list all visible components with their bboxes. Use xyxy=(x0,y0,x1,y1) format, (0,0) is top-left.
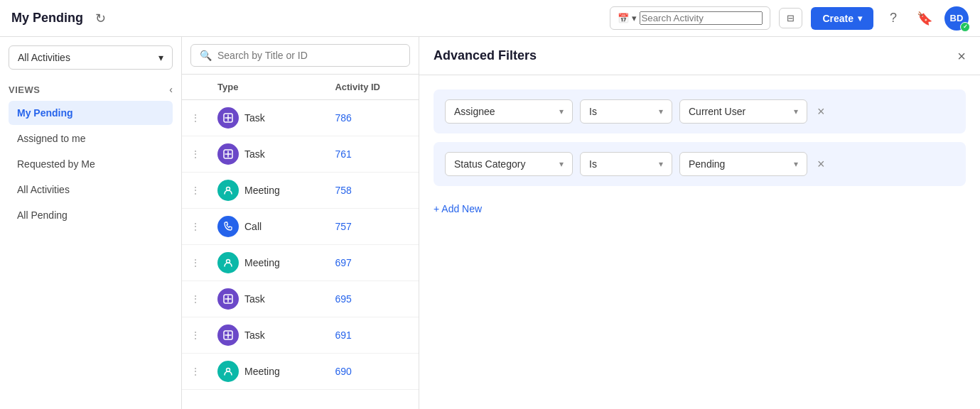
filter-field-2[interactable]: Status Category ▾ xyxy=(445,152,573,176)
row-type: Meeting xyxy=(209,245,326,281)
check-badge: ✓ xyxy=(960,22,970,32)
filter-field-1-label: Assignee xyxy=(454,106,495,117)
calendar-chevron: ▾ xyxy=(632,13,637,23)
row-menu[interactable]: ⋮ xyxy=(182,100,209,136)
table-row[interactable]: ⋮ Meeting 690 xyxy=(182,354,419,390)
row-menu[interactable]: ⋮ xyxy=(182,209,209,245)
type-icon-task xyxy=(217,288,239,310)
views-header: Views ‹ xyxy=(9,84,173,95)
table-row[interactable]: ⋮ Meeting 697 xyxy=(182,245,419,281)
nav-left: My Pending ↻ xyxy=(11,7,112,30)
nav-right: 📅 ▾ ⊟ Create ▾ ? 🔖 BD ✓ xyxy=(610,6,969,31)
filter-operator-2[interactable]: Is ▾ xyxy=(580,152,672,176)
filter-panel: Advanced Filters × Assignee ▾ Is ▾ Curre… xyxy=(419,37,980,409)
type-label: Task xyxy=(244,293,265,305)
row-id[interactable]: 757 xyxy=(326,209,419,245)
type-icon-task xyxy=(217,107,239,129)
filter-row-2: Status Category ▾ Is ▾ Pending ▾ × xyxy=(434,142,966,186)
table-row[interactable]: ⋮ Meeting 758 xyxy=(182,173,419,209)
table-row[interactable]: ⋮ Task 695 xyxy=(182,281,419,317)
type-label: Task xyxy=(244,329,265,341)
search-activity-input[interactable] xyxy=(640,11,763,25)
refresh-button[interactable]: ↻ xyxy=(89,7,112,30)
avatar-initials: BD xyxy=(950,13,964,23)
row-id[interactable]: 691 xyxy=(326,317,419,354)
col-type: Type xyxy=(209,75,326,100)
type-icon-task xyxy=(217,143,239,165)
filter-value-1-label: Current User xyxy=(689,106,745,117)
type-icon-call xyxy=(217,216,239,237)
filter-remove-2[interactable]: × xyxy=(814,154,828,175)
col-activity-id: Activity ID xyxy=(326,75,419,100)
activities-dropdown[interactable]: All Activities ▾ xyxy=(9,45,173,70)
row-type: Task xyxy=(209,100,326,136)
row-type: Meeting xyxy=(209,354,326,390)
activities-label: All Activities xyxy=(18,52,70,63)
calendar-search-bar[interactable]: 📅 ▾ xyxy=(610,6,770,30)
filter-field-1-chevron: ▾ xyxy=(559,107,564,116)
filter-close-button[interactable]: × xyxy=(957,49,966,63)
row-type: Task xyxy=(209,317,326,354)
add-new-button[interactable]: + Add New xyxy=(434,197,966,220)
row-menu[interactable]: ⋮ xyxy=(182,245,209,281)
sidebar-item-my-pending[interactable]: My Pending xyxy=(9,101,173,125)
filter-field-1[interactable]: Assignee ▾ xyxy=(445,99,573,124)
row-type: Task xyxy=(209,136,326,173)
row-menu[interactable]: ⋮ xyxy=(182,354,209,390)
row-id[interactable]: 690 xyxy=(326,354,419,390)
row-id[interactable]: 697 xyxy=(326,245,419,281)
type-icon-task xyxy=(217,325,239,346)
search-input-bar[interactable]: 🔍 xyxy=(190,44,410,67)
row-menu[interactable]: ⋮ xyxy=(182,281,209,317)
row-id[interactable]: 761 xyxy=(326,136,419,173)
views-title: Views xyxy=(9,84,40,95)
bookmark-button[interactable]: 🔖 xyxy=(913,7,936,30)
row-id[interactable]: 786 xyxy=(326,100,419,136)
row-menu[interactable]: ⋮ xyxy=(182,317,209,354)
type-icon-meeting xyxy=(217,180,239,201)
filter-operator-2-chevron: ▾ xyxy=(659,159,663,169)
create-label: Create xyxy=(822,13,854,24)
sidebar-item-assigned-to-me[interactable]: Assigned to me xyxy=(9,126,173,151)
table-row[interactable]: ⋮ Task 761 xyxy=(182,136,419,173)
filter-operator-2-label: Is xyxy=(589,158,597,170)
filter-value-2[interactable]: Pending ▾ xyxy=(679,152,807,176)
row-id[interactable]: 758 xyxy=(326,173,419,209)
row-menu[interactable]: ⋮ xyxy=(182,173,209,209)
main-layout: All Activities ▾ Views ‹ My Pending Assi… xyxy=(0,37,980,409)
row-menu[interactable]: ⋮ xyxy=(182,136,209,173)
filter-remove-1[interactable]: × xyxy=(814,102,828,122)
top-nav: My Pending ↻ 📅 ▾ ⊟ Create ▾ ? 🔖 BD ✓ xyxy=(0,0,980,37)
row-id[interactable]: 695 xyxy=(326,281,419,317)
filter-value-1[interactable]: Current User ▾ xyxy=(679,99,807,124)
filter-operator-1-chevron: ▾ xyxy=(659,107,663,116)
filter-value-2-chevron: ▾ xyxy=(794,159,798,169)
table-row[interactable]: ⋮ Call 757 xyxy=(182,209,419,245)
row-type: Call xyxy=(209,209,326,245)
filter-header: Advanced Filters × xyxy=(419,37,980,75)
type-label: Meeting xyxy=(244,257,280,268)
sidebar-item-requested-by-me[interactable]: Requested by Me xyxy=(9,152,173,176)
help-button[interactable]: ? xyxy=(882,7,905,30)
calendar-icon: 📅 xyxy=(618,13,629,23)
avatar[interactable]: BD ✓ xyxy=(944,6,969,31)
filter-body: Assignee ▾ Is ▾ Current User ▾ × Status … xyxy=(419,75,980,409)
filter-operator-1[interactable]: Is ▾ xyxy=(580,99,672,124)
type-label: Meeting xyxy=(244,185,280,196)
sidebar-item-all-activities[interactable]: All Activities xyxy=(9,178,173,202)
sidebar: All Activities ▾ Views ‹ My Pending Assi… xyxy=(0,37,182,409)
filter-field-2-chevron: ▾ xyxy=(559,159,564,169)
table-row[interactable]: ⋮ Task 691 xyxy=(182,317,419,354)
row-type: Task xyxy=(209,281,326,317)
collapse-button[interactable]: ‹ xyxy=(169,84,173,95)
table-row[interactable]: ⋮ Task 786 xyxy=(182,100,419,136)
filter-value-1-chevron: ▾ xyxy=(794,107,798,116)
search-input[interactable] xyxy=(217,50,401,61)
type-label: Task xyxy=(244,148,265,160)
create-button[interactable]: Create ▾ xyxy=(811,7,873,30)
col-menu xyxy=(182,75,209,100)
type-icon-meeting xyxy=(217,252,239,273)
sidebar-item-all-pending[interactable]: All Pending xyxy=(9,203,173,227)
filter-icon-button[interactable]: ⊟ xyxy=(779,8,802,28)
nav-items-list: My Pending Assigned to me Requested by M… xyxy=(9,101,173,227)
